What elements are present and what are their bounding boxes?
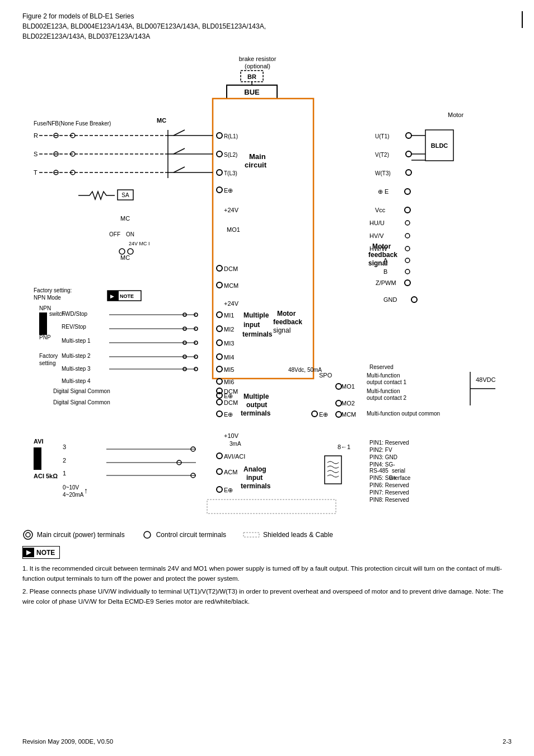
svg-text:PIN8: Reserved: PIN8: Reserved <box>369 497 409 503</box>
note-2: 2. Please connects phase U/V/W individua… <box>22 586 512 607</box>
svg-text:PIN1: Reserved: PIN1: Reserved <box>369 440 409 446</box>
svg-text:3mA: 3mA <box>229 441 241 447</box>
svg-text:output contact 2: output contact 2 <box>367 395 407 401</box>
svg-text:Multi-step 3: Multi-step 3 <box>62 366 91 372</box>
svg-text:PIN4: SG-: PIN4: SG- <box>369 461 395 468</box>
svg-text:input: input <box>243 321 260 329</box>
svg-text:PIN7: Reserved: PIN7: Reserved <box>369 489 409 496</box>
svg-rect-117 <box>39 312 47 335</box>
svg-text:feedback: feedback <box>273 318 302 326</box>
svg-text:E⊕: E⊕ <box>319 411 328 418</box>
svg-text:⊕ E: ⊕ E <box>378 188 388 195</box>
note-label: NOTE <box>36 549 55 557</box>
svg-text:4~20mA: 4~20mA <box>63 492 84 498</box>
svg-text:8←1: 8←1 <box>338 444 350 450</box>
svg-text:OFF: OFF <box>109 231 120 237</box>
legend-control-terminal: Control circuit terminals <box>142 529 226 540</box>
svg-text:V(T2): V(T2) <box>375 152 389 158</box>
svg-text:U(T1): U(T1) <box>375 133 390 139</box>
svg-text:output contact 1: output contact 1 <box>367 379 407 385</box>
svg-text:Multi-function: Multi-function <box>367 372 400 379</box>
svg-text:DCM: DCM <box>224 388 238 395</box>
svg-text:MC: MC <box>157 117 166 124</box>
legend-section: Main circuit (power) terminals Control c… <box>22 529 512 540</box>
svg-text:(optional): (optional) <box>245 63 270 69</box>
footer-page: 2-3 <box>503 738 512 745</box>
svg-text:ACM: ACM <box>224 469 237 475</box>
svg-text:RS-485: RS-485 <box>369 468 388 474</box>
svg-text:MI1: MI1 <box>224 312 234 319</box>
svg-text:Motor: Motor <box>372 242 391 250</box>
svg-text:Digital Signal Common: Digital Signal Common <box>53 399 110 405</box>
svg-text:Fuse/NFB(None Fuse Breaker): Fuse/NFB(None Fuse Breaker) <box>34 120 111 127</box>
svg-text:MI6: MI6 <box>224 379 234 385</box>
svg-text:SPO: SPO <box>319 372 332 379</box>
svg-text:GND: GND <box>383 296 397 303</box>
title-line3: BLD022E123A/143A, BLD037E123A/143A <box>22 31 512 41</box>
svg-text:Multi-function output common: Multi-function output common <box>367 410 440 417</box>
svg-text:Factory setting:: Factory setting: <box>34 287 72 293</box>
svg-text:HU/U: HU/U <box>369 220 385 226</box>
svg-text:PIN3: GND: PIN3: GND <box>369 454 397 460</box>
svg-text:1: 1 <box>63 470 66 477</box>
svg-text:+24V: +24V <box>224 207 239 213</box>
svg-text:AVI: AVI <box>34 438 44 445</box>
svg-text:Reserved: Reserved <box>369 364 394 370</box>
title-line1: Figure 2 for models of BLD-E1 Series <box>22 11 512 21</box>
svg-text:BLDC: BLDC <box>431 142 448 149</box>
svg-text:NPN Mode: NPN Mode <box>34 295 61 301</box>
svg-text:E⊕: E⊕ <box>224 411 233 418</box>
svg-text:MO1: MO1 <box>341 383 355 390</box>
svg-text:signal: signal <box>368 259 388 267</box>
svg-rect-176 <box>34 447 41 470</box>
svg-text:S: S <box>34 151 38 157</box>
note-header: ▶ NOTE <box>22 546 512 559</box>
svg-text:interface: interface <box>389 475 411 481</box>
wiring-diagram: brake resistor (optional) BR BUE Motor F… <box>22 47 509 523</box>
svg-text:PIN2: FV: PIN2: FV <box>369 447 392 453</box>
svg-text:S(L2): S(L2) <box>224 152 237 158</box>
diagram-container: brake resistor (optional) BR BUE Motor F… <box>22 47 512 525</box>
vertical-bar <box>522 11 523 28</box>
note-1: 1. It is the recommended circuit between… <box>22 563 512 584</box>
legend-shielded: Shielded leads & Cable <box>243 530 333 539</box>
svg-text:Multi-step 2: Multi-step 2 <box>62 353 91 359</box>
svg-text:feedback: feedback <box>368 251 397 259</box>
svg-text:Multi-function: Multi-function <box>367 388 400 394</box>
svg-text:Z/PWM: Z/PWM <box>376 279 396 286</box>
svg-text:signal: signal <box>273 326 291 334</box>
svg-text:ON: ON <box>126 231 134 237</box>
svg-text:FWD/Stop: FWD/Stop <box>62 311 88 317</box>
svg-text:PNP: PNP <box>39 334 51 340</box>
svg-text:PIN6: Reserved: PIN6: Reserved <box>369 482 409 488</box>
svg-text:MCM: MCM <box>341 411 356 418</box>
svg-text:input: input <box>246 474 263 482</box>
svg-text:Multiple: Multiple <box>243 393 269 400</box>
svg-text:Main: Main <box>249 152 266 161</box>
title-section: Figure 2 for models of BLD-E1 Series BLD… <box>22 11 512 41</box>
svg-text:BUE: BUE <box>244 88 260 96</box>
svg-text:E⊕: E⊕ <box>224 187 233 194</box>
svg-text:DCM: DCM <box>224 265 238 272</box>
svg-text:terminals: terminals <box>241 409 271 417</box>
svg-text:Factory: Factory <box>39 353 58 359</box>
svg-text:Motor: Motor <box>448 111 463 118</box>
svg-point-214 <box>26 533 30 537</box>
svg-text:SA: SA <box>121 192 129 198</box>
note-arrow-icon: ▶ <box>23 548 34 557</box>
svg-text:Analog: Analog <box>243 465 266 473</box>
svg-text:▶: ▶ <box>110 293 114 299</box>
page: Figure 2 for models of BLD-E1 Series BLD… <box>0 0 534 756</box>
svg-text:MO2: MO2 <box>341 400 355 407</box>
svg-text:↑: ↑ <box>84 486 88 495</box>
svg-text:REV/Stop: REV/Stop <box>62 324 86 330</box>
footer: Revision May 2009, 00DE, V0.50 2-3 <box>22 738 512 745</box>
svg-rect-216 <box>243 533 259 537</box>
svg-text:+10V: +10V <box>224 432 239 439</box>
svg-text:MCM: MCM <box>224 282 238 289</box>
svg-text:Multiple: Multiple <box>243 311 269 319</box>
svg-text:Multi-step 1: Multi-step 1 <box>62 338 91 344</box>
svg-text:BR: BR <box>247 73 256 80</box>
svg-text:48VDC: 48VDC <box>476 376 496 383</box>
svg-text:T: T <box>34 169 38 176</box>
